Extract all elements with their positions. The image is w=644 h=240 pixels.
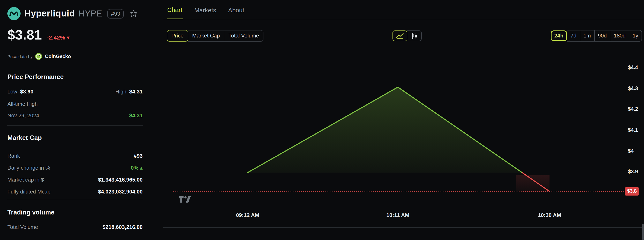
metric-price-button[interactable]: Price — [167, 30, 188, 42]
candlestick-chart-icon — [410, 33, 418, 39]
high-value: $4.31 — [129, 88, 142, 95]
chart-controls: Price Market Cap Total Volume — [167, 30, 642, 42]
range-24h-button[interactable]: 24h — [550, 31, 567, 41]
divider — [163, 227, 644, 228]
range-1m-button[interactable]: 1m — [580, 30, 594, 42]
chart-type-toggle — [392, 31, 422, 41]
stat-label: Daily change in % — [8, 165, 50, 171]
y-axis-label: $4.2 — [628, 106, 638, 112]
metric-market-cap-button[interactable]: Market Cap — [188, 30, 224, 42]
ath-row: All-time High — [8, 101, 142, 107]
coin-header: Hyperliquid HYPE #93 — [8, 7, 142, 21]
stat-row-total-volume: Total Volume $218,603,216.00 — [8, 224, 142, 230]
stat-row-fdv: Fully diluted Mcap $4,023,032,904.00 — [8, 189, 142, 195]
tab-chart[interactable]: Chart — [167, 6, 183, 19]
high-label: High — [115, 88, 126, 95]
ath-date: Nov 29, 2024 — [8, 112, 39, 118]
y-axis-label: $4 — [628, 148, 634, 154]
stat-row-market-cap: Market cap in $ $1,343,416,965.00 — [8, 177, 142, 183]
y-axis-label: $4.4 — [628, 65, 638, 70]
x-axis-label: 09:12 AM — [229, 212, 266, 218]
metric-total-volume-button[interactable]: Total Volume — [224, 30, 264, 42]
data-attribution: Price data by CoinGecko — [8, 53, 142, 60]
ath-label: All-time High — [8, 101, 38, 107]
trading-volume-title: Trading volume — [8, 209, 142, 216]
x-axis-label: 10:30 AM — [531, 212, 568, 218]
y-axis-label: $4.1 — [628, 127, 638, 133]
tab-markets[interactable]: Markets — [194, 7, 216, 19]
divider — [8, 200, 142, 200]
y-axis-label: $3.9 — [628, 169, 638, 175]
price-change: -2.42% ▾ — [47, 34, 70, 41]
low-high-row: Low $3.90 High $4.31 — [8, 88, 142, 95]
crypto-price-widget: Hyperliquid HYPE #93 $3.81 -2.42% ▾ Pric… — [0, 0, 644, 240]
favorite-star-button[interactable] — [129, 9, 138, 18]
low-value: $3.90 — [20, 88, 34, 95]
x-axis-label: 10:11 AM — [379, 212, 416, 218]
tradingview-logo-icon[interactable] — [179, 196, 191, 204]
stat-row-daily-change: Daily change in % 0% ▴ — [8, 165, 142, 171]
rank-badge: #93 — [108, 9, 124, 18]
x-axis: 09:12 AM10:11 AM10:30 AM — [163, 212, 626, 219]
line-chart-button[interactable] — [392, 31, 407, 41]
stat-label: Market cap in $ — [8, 177, 44, 183]
range-selector: 24h 7d 1m 90d 180d 1y — [550, 30, 642, 42]
range-90d-button[interactable]: 90d — [594, 30, 610, 42]
attribution-prefix: Price data by — [8, 54, 33, 59]
stat-value: 0% ▴ — [131, 165, 142, 171]
divider — [8, 125, 142, 126]
tab-bar: Chart Markets About — [163, 0, 644, 19]
stat-label: Total Volume — [8, 224, 38, 230]
star-icon — [129, 9, 138, 18]
price-chart-area[interactable]: $4.4$4.3$4.2$4.1$4$3.9 $3.8 09:12 AM10:1… — [163, 46, 644, 221]
y-axis-label: $4.3 — [628, 85, 638, 91]
price-performance-title: Price Performance — [8, 73, 142, 81]
coingecko-logo-icon — [35, 53, 42, 60]
tab-about[interactable]: About — [228, 7, 244, 19]
coin-symbol: HYPE — [78, 9, 102, 19]
stat-value: $4,023,032,904.00 — [98, 189, 142, 195]
y-axis: $4.4$4.3$4.2$4.1$4$3.9 — [628, 46, 644, 211]
stat-value: $218,603,216.00 — [102, 224, 142, 230]
range-180d-button[interactable]: 180d — [610, 30, 630, 42]
stat-value: $1,343,416,965.00 — [98, 177, 142, 183]
metric-toggle: Price Market Cap Total Volume — [167, 30, 264, 42]
main-panel: Chart Markets About Price Market Cap Tot… — [163, 0, 644, 240]
coin-name: Hyperliquid — [24, 8, 75, 19]
current-price-tag: $3.8 — [625, 187, 639, 195]
range-7d-button[interactable]: 7d — [567, 30, 580, 42]
candlestick-chart-button[interactable] — [407, 31, 422, 41]
ath-date-row: Nov 29, 2024 $4.31 — [8, 112, 142, 118]
range-1y-button[interactable]: 1y — [629, 30, 642, 42]
stat-value: #93 — [134, 153, 142, 159]
stat-row-rank: Rank #93 — [8, 153, 142, 159]
sidebar: Hyperliquid HYPE #93 $3.81 -2.42% ▾ Pric… — [0, 0, 143, 240]
price-line-chart[interactable] — [164, 46, 627, 211]
market-cap-title: Market Cap — [8, 134, 142, 142]
low-label: Low — [8, 88, 17, 95]
current-price: $3.81 — [8, 27, 42, 43]
stat-label: Fully diluted Mcap — [8, 189, 50, 195]
scrollbar[interactable] — [642, 223, 644, 240]
stat-label: Rank — [8, 153, 20, 159]
ath-value: $4.31 — [129, 112, 142, 118]
attribution-provider[interactable]: CoinGecko — [45, 54, 71, 59]
line-chart-icon — [396, 33, 404, 39]
hyperliquid-logo-icon — [8, 7, 20, 20]
price-row: $3.81 -2.42% ▾ — [8, 27, 142, 43]
